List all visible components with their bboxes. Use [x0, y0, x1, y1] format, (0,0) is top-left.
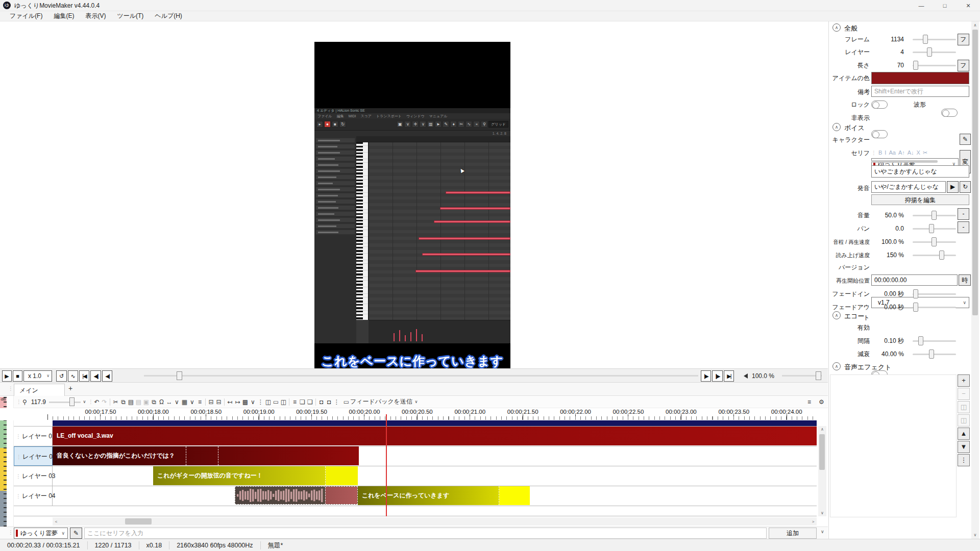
volume-link-button[interactable]: -: [958, 208, 969, 220]
pan-value[interactable]: 0.0: [871, 223, 904, 234]
layer-label-01[interactable]: ⋮レイヤー 01: [14, 427, 53, 446]
section-collapse-echo-icon[interactable]: ∧: [832, 311, 841, 319]
volume-thumb[interactable]: [816, 371, 821, 380]
layer-label-02[interactable]: ⋮レイヤー 02: [14, 446, 53, 466]
font-icon[interactable]: Aa: [889, 149, 895, 156]
tab-main[interactable]: メイン: [14, 384, 65, 396]
timeline-ruler[interactable]: 00:00:17.5000:00:18.0000:00:18.5000:00:1…: [0, 408, 828, 420]
layer-label-03[interactable]: ⋮レイヤー 03: [14, 466, 53, 486]
timeline-overview-strip[interactable]: [53, 420, 817, 426]
fadeout-value[interactable]: 0.00 秒: [871, 302, 904, 312]
close-button[interactable]: ×: [957, 0, 980, 11]
screenshot-icon[interactable]: ◘: [317, 398, 325, 406]
timeline-settings-gear-icon[interactable]: ⚙: [818, 398, 825, 406]
frame-slider[interactable]: [913, 34, 956, 44]
align-icon[interactable]: ≡: [196, 398, 204, 406]
note-input[interactable]: [871, 86, 969, 97]
image-icon[interactable]: ▣: [142, 398, 150, 406]
scroll-left-icon[interactable]: <: [54, 519, 59, 524]
move-right-icon[interactable]: ↦: [234, 398, 241, 406]
play-pronunciation-button[interactable]: ▶: [947, 181, 959, 193]
clip-audio-waveform[interactable]: [235, 486, 358, 505]
video-preview[interactable]: 4 エディタ | HALion Sonic SE ファイル編集MIDIスコアトラ…: [314, 42, 510, 390]
menu-view[interactable]: 表示(V): [81, 12, 110, 20]
length-value[interactable]: 70: [871, 60, 904, 70]
waveform-toggle[interactable]: [941, 109, 958, 117]
echo-interval-value[interactable]: 0.10 秒: [871, 336, 904, 346]
menu-help[interactable]: ヘルプ(H): [150, 12, 187, 20]
effect-load-button[interactable]: ◫: [958, 414, 970, 427]
serif-text-input[interactable]: [84, 528, 767, 539]
playback-speed-select[interactable]: x 1.0∨: [23, 370, 52, 382]
prev-item-button[interactable]: ◀|: [102, 370, 112, 382]
snap-menu-icon[interactable]: ∨: [249, 398, 257, 406]
menu-file[interactable]: ファイル(F): [5, 12, 47, 20]
toolbar1-drag-handle-icon[interactable]: ⋮: [16, 399, 21, 405]
cut-icon[interactable]: ✂: [112, 398, 119, 406]
clip-voice-03[interactable]: これがギターの開放弦の音ですねー！: [153, 466, 358, 485]
tabbar-drag-handle-icon[interactable]: ⋮: [8, 386, 13, 391]
effect-remove-button[interactable]: −: [958, 388, 970, 400]
length-slider[interactable]: [913, 60, 956, 70]
hide-toggle[interactable]: [871, 130, 888, 138]
effect-save-button[interactable]: ◫: [958, 401, 970, 413]
timeline-zoom-slider[interactable]: [49, 397, 81, 407]
copy-icon[interactable]: ⧉: [119, 398, 127, 406]
seek-thumb[interactable]: [177, 371, 182, 380]
paste-icon[interactable]: ▤: [127, 398, 135, 406]
echo-decay-value[interactable]: 40.00 %: [871, 349, 904, 359]
clip-voice-04[interactable]: これをベースに作っていきます: [358, 486, 530, 505]
screenshot-menu-icon[interactable]: ◘: [325, 398, 333, 406]
add-serif-button[interactable]: 追加: [769, 528, 817, 539]
lock-icon[interactable]: Ω: [158, 398, 165, 406]
speech-rate-value[interactable]: 150 %: [871, 250, 904, 260]
pan-slider[interactable]: [913, 223, 956, 234]
menu-edit[interactable]: 編集(E): [49, 12, 79, 20]
layer-label-04[interactable]: ⋮レイヤー 04: [14, 486, 53, 506]
zoom-fit-icon[interactable]: ∨: [81, 399, 88, 404]
fit-width-menu-icon[interactable]: ∨: [173, 398, 181, 406]
frame-mode-button[interactable]: フ: [958, 34, 969, 45]
length-mode-button[interactable]: フ: [958, 60, 969, 71]
clip-voice-02[interactable]: 音良くないとかの指摘がこわいだけでは？: [53, 446, 359, 465]
speech-rate-slider[interactable]: [913, 250, 956, 260]
add-tab-button[interactable]: +: [68, 384, 72, 392]
echo-decay-slider[interactable]: [913, 349, 956, 359]
clear-format-icon[interactable]: X: [917, 149, 920, 156]
inputbar-menu-icon[interactable]: ∨: [821, 529, 824, 534]
section-collapse-voice-icon[interactable]: ∧: [832, 123, 841, 131]
character-select-bottom[interactable]: ゆっくり霊夢∨: [14, 528, 68, 539]
redo-icon[interactable]: ↷: [101, 398, 108, 406]
mixer-icon[interactable]: ≡: [291, 398, 299, 406]
item-color-swatch[interactable]: [871, 72, 969, 84]
section-collapse-effects-icon[interactable]: ∧: [832, 362, 841, 370]
scroll-down-icon[interactable]: ∨: [818, 511, 826, 515]
restore-button[interactable]: □: [933, 0, 957, 11]
panel-scroll-down-icon[interactable]: ∨: [971, 533, 979, 537]
section-collapse-general-icon[interactable]: ∧: [832, 23, 841, 32]
menu-dots-icon[interactable]: ⋮: [333, 398, 340, 406]
bold-icon[interactable]: B: [878, 149, 882, 156]
stop-button[interactable]: ■: [13, 370, 22, 382]
toolbar-list-icon[interactable]: ≡: [805, 398, 813, 406]
cut-icon[interactable]: ✂: [923, 149, 927, 156]
effect-menu-button[interactable]: ⋮: [958, 454, 970, 466]
panel-scrollbar[interactable]: ∧ ∨: [971, 21, 979, 539]
repeat-button[interactable]: ↺: [56, 370, 67, 382]
next-item-button[interactable]: |▶: [701, 370, 711, 382]
open-folder-icon[interactable]: ▭: [272, 398, 280, 406]
fadeout-slider[interactable]: [913, 302, 956, 312]
toolbar1-group-handle-icon[interactable]: ⋮: [88, 399, 93, 405]
fadein-slider[interactable]: [913, 289, 956, 299]
echo-interval-slider[interactable]: [913, 336, 956, 346]
save-icon[interactable]: ◫: [280, 398, 287, 406]
seek-slider[interactable]: [144, 375, 698, 377]
next-frame-button[interactable]: ||▶: [712, 370, 723, 382]
duplicate-icon[interactable]: ⧉: [150, 398, 158, 406]
fadein-value[interactable]: 0.00 秒: [871, 289, 904, 299]
start-position-input[interactable]: [871, 274, 958, 286]
effect-add-button[interactable]: +: [958, 374, 970, 387]
scroll-up-icon[interactable]: ∧: [818, 427, 826, 432]
go-start-button[interactable]: |◀: [79, 370, 89, 382]
clip-vocal-wav[interactable]: LE_off vocal_3.wav: [53, 427, 817, 445]
